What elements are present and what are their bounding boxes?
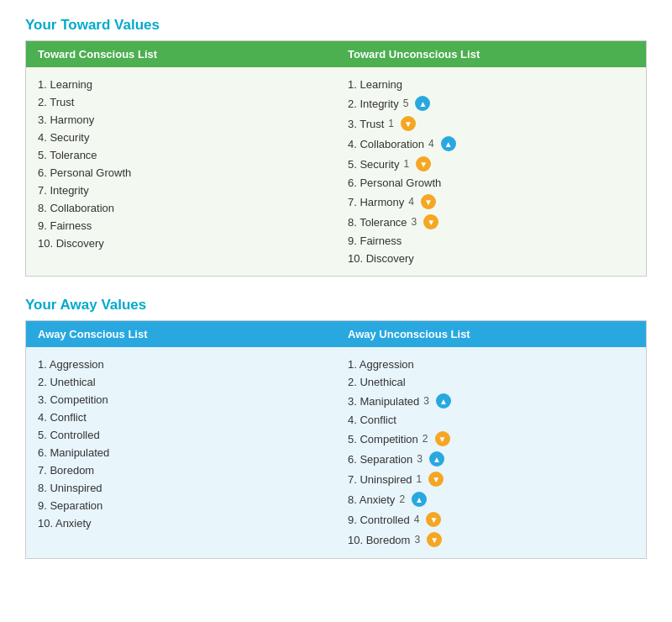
badge-number: 3 (414, 534, 420, 546)
list-item-text: 2. Unethical (348, 376, 406, 388)
list-item-text: 5. Security (348, 158, 399, 171)
list-item-text: 10. Boredom (348, 534, 410, 546)
down-badge-icon: ▼ (421, 194, 436, 209)
list-item-text: 5. Competition (348, 433, 418, 445)
list-item-text: 7. Harmony (348, 196, 404, 208)
up-badge-icon: ▲ (441, 136, 456, 151)
up-badge-icon: ▲ (412, 492, 427, 507)
badge-number: 5 (403, 98, 409, 109)
list-item: 7. Boredom (38, 461, 324, 479)
list-item-text: 7. Uninspired (348, 473, 412, 486)
down-badge-icon: ▼ (416, 156, 431, 171)
away-conscious-header: Away Conscious List (26, 321, 336, 347)
away-conscious-list: 1. Aggression2. Unethical3. Competition4… (26, 347, 336, 558)
list-item: 9. Fairness (348, 232, 634, 250)
list-item: 1. Learning (38, 76, 324, 93)
away-section-title: Your Away Values (25, 297, 647, 314)
toward-unconscious-header: Toward Unconscious List (336, 41, 646, 67)
list-item-text: 3. Trust (348, 118, 384, 130)
list-item: 8. Tolerance 3▼ (348, 212, 634, 232)
list-item: 6. Separation 3▲ (348, 449, 634, 469)
list-item: 9. Controlled 4▼ (348, 509, 634, 530)
badge-number: 4 (408, 196, 414, 208)
badge-number: 4 (414, 514, 420, 525)
badge-number: 2 (399, 493, 405, 505)
list-item: 3. Trust 1▼ (348, 113, 634, 134)
list-item-text: 6. Personal Growth (348, 177, 441, 189)
list-item: 9. Fairness (38, 217, 324, 235)
list-item: 7. Integrity (38, 182, 324, 199)
list-item: 3. Competition (38, 391, 324, 409)
list-item-text: 8. Anxiety (348, 493, 395, 506)
list-item: 1. Aggression (348, 356, 634, 373)
list-item: 10. Anxiety (38, 514, 324, 532)
list-item: 2. Integrity 5▲ (348, 93, 634, 113)
badge-number: 1 (403, 158, 409, 170)
toward-table-header: Toward Conscious List Toward Unconscious… (26, 41, 646, 67)
toward-unconscious-list: 1. Learning2. Integrity 5▲3. Trust 1▼4. … (336, 67, 646, 276)
list-item-text: 1. Aggression (348, 358, 414, 371)
away-unconscious-header: Away Unconscious List (336, 321, 646, 347)
list-item: 9. Separation (38, 497, 324, 514)
list-item: 5. Security 1▼ (348, 154, 634, 174)
list-item-text: 3. Manipulated (348, 395, 419, 408)
badge-number: 3 (423, 395, 429, 407)
toward-conscious-header: Toward Conscious List (26, 41, 336, 67)
away-table: Away Conscious List Away Unconscious Lis… (25, 320, 647, 559)
list-item-text: 4. Collaboration (348, 138, 424, 150)
toward-table-body: 1. Learning2. Trust3. Harmony4. Security… (26, 67, 646, 276)
list-item: 3. Harmony (38, 111, 324, 129)
list-item-text: 2. Integrity (348, 98, 399, 110)
list-item-text: 6. Separation (348, 453, 412, 466)
list-item: 2. Unethical (38, 373, 324, 391)
list-item: 6. Personal Growth (348, 174, 634, 192)
badge-number: 1 (417, 473, 423, 485)
away-table-header: Away Conscious List Away Unconscious Lis… (26, 321, 646, 347)
toward-conscious-list: 1. Learning2. Trust3. Harmony4. Security… (26, 67, 336, 276)
away-table-body: 1. Aggression2. Unethical3. Competition4… (26, 347, 646, 558)
list-item: 2. Trust (38, 93, 324, 111)
away-unconscious-list: 1. Aggression2. Unethical3. Manipulated … (336, 347, 646, 558)
list-item: 5. Competition 2▼ (348, 429, 634, 449)
up-badge-icon: ▲ (436, 393, 451, 409)
list-item: 5. Controlled (38, 426, 324, 444)
list-item: 10. Discovery (348, 250, 634, 267)
list-item-text: 4. Conflict (348, 414, 396, 426)
down-badge-icon: ▼ (401, 116, 416, 131)
list-item: 3. Manipulated 3▲ (348, 391, 634, 411)
list-item: 7. Harmony 4▼ (348, 192, 634, 212)
badge-number: 2 (423, 433, 428, 445)
list-item: 4. Collaboration 4▲ (348, 134, 634, 154)
list-item: 8. Anxiety 2▲ (348, 489, 634, 509)
list-item: 7. Uninspired 1▼ (348, 469, 634, 489)
down-badge-icon: ▼ (427, 532, 442, 547)
badge-number: 3 (412, 216, 417, 228)
down-badge-icon: ▼ (426, 512, 441, 527)
list-item: 4. Conflict (348, 411, 634, 429)
list-item-text: 8. Tolerance (348, 216, 407, 229)
list-item: 2. Unethical (348, 373, 634, 391)
list-item-text: 10. Discovery (348, 252, 414, 265)
badge-number: 3 (417, 453, 423, 465)
list-item: 6. Personal Growth (38, 164, 324, 182)
list-item: 6. Manipulated (38, 444, 324, 461)
list-item-text: 9. Controlled (348, 514, 410, 526)
list-item: 10. Boredom 3▼ (348, 530, 634, 550)
list-item: 8. Collaboration (38, 199, 324, 217)
list-item: 5. Tolerance (38, 146, 324, 164)
down-badge-icon: ▼ (435, 431, 450, 446)
list-item: 4. Security (38, 129, 324, 146)
down-badge-icon: ▼ (423, 214, 438, 229)
list-item-text: 1. Learning (348, 78, 402, 91)
list-item: 10. Discovery (38, 235, 324, 252)
badge-number: 4 (428, 138, 434, 150)
badge-number: 1 (388, 118, 394, 129)
list-item-text: 9. Fairness (348, 235, 402, 247)
toward-section-title: Your Toward Values (25, 17, 647, 34)
up-badge-icon: ▲ (415, 96, 430, 111)
list-item: 1. Learning (348, 76, 634, 93)
down-badge-icon: ▼ (428, 472, 444, 487)
list-item: 1. Aggression (38, 356, 324, 373)
list-item: 8. Uninspired (38, 479, 324, 497)
up-badge-icon: ▲ (429, 451, 444, 466)
